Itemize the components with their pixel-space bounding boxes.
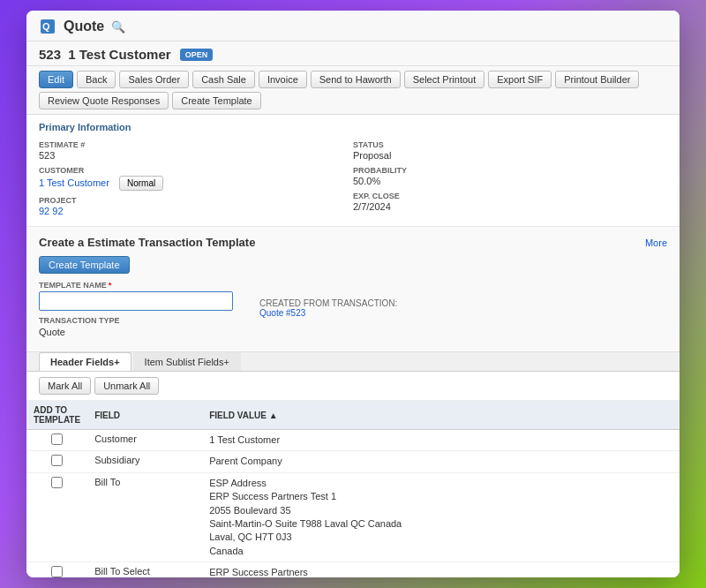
cash-sale-button[interactable]: Cash Sale [192,71,255,88]
created-from-link[interactable]: Quote #523 [259,308,305,318]
export-sif-button[interactable]: Export SIF [488,71,552,88]
primary-info-left: ESTIMATE # 523 CUSTOMER 1 Test Customer … [39,138,353,219]
exp-close-row: EXP. CLOSE 2/7/2024 [353,189,667,215]
transaction-type-value: Quote [39,327,233,337]
row-value: ESP Address ERP Success Partners Test 1 … [202,472,680,562]
table-row: Bill ToESP Address ERP Success Partners … [26,472,680,562]
row-field: Customer [87,430,202,451]
primary-info-title: Primary Information [39,122,667,132]
table-row: Bill To SelectERP Success Partners [26,562,680,577]
transaction-type-group: TRANSACTION TYPE Quote [39,316,233,337]
row-checkbox-cell[interactable] [26,430,87,451]
row-value: Parent Company [202,451,680,472]
transaction-type-label: TRANSACTION TYPE [39,316,233,325]
row-field: Bill To Select [87,562,202,577]
window-header: Q Quote 🔍 [26,11,680,41]
template-form-left: TEMPLATE NAME * TRANSACTION TYPE Quote [39,281,233,343]
tab-item-sublist-fields[interactable]: Item Sublist Fields+ [133,352,241,371]
fields-table: ADD TOTEMPLATE FIELD FIELD VALUE ▲ Custo… [26,401,680,577]
row-value: 1 Test Customer [202,430,680,451]
estimate-row: ESTIMATE # 523 [39,138,353,163]
row-checkbox[interactable] [51,566,63,577]
template-name-group: TEMPLATE NAME * [39,281,233,311]
template-section: Create a Estimate Transaction Template M… [26,227,680,352]
table-body: Customer1 Test CustomerSubsidiaryParent … [26,430,680,578]
customer-link[interactable]: 1 Test Customer [39,177,109,188]
normal-button[interactable]: Normal [119,176,163,191]
status-row: STATUS Proposal [353,138,667,163]
row-value: ERP Success Partners [202,562,680,577]
select-printout-button[interactable]: Select Printout [404,71,485,88]
mark-all-button[interactable]: Mark All [39,377,91,395]
review-quote-responses-button[interactable]: Review Quote Responses [39,92,169,109]
tabs-bar: Header Fields+ Item Sublist Fields+ [26,352,680,372]
col-field-value: FIELD VALUE ▲ [202,401,680,430]
template-section-title: Create a Estimate Transaction Template [39,236,255,249]
created-from: CREATED FROM TRANSACTION: Quote #523 [259,298,397,318]
create-template-button[interactable]: Create Template [172,92,261,109]
probability-row: PROBABILITY 50.0% [353,163,667,189]
status-badge: OPEN [180,49,214,61]
project-link[interactable]: 92 92 [39,206,353,216]
search-icon[interactable]: 🔍 [111,20,125,34]
col-add-to-template: ADD TOTEMPLATE [26,401,87,430]
table-row: Customer1 Test Customer [26,430,680,451]
row-checkbox-cell[interactable] [26,451,87,472]
record-header: 523 1 Test Customer OPEN [26,41,680,66]
mark-buttons-row: Mark All Unmark All [26,372,680,401]
template-name-label: TEMPLATE NAME * [39,281,233,290]
row-field: Subsidiary [87,451,202,472]
template-name-input[interactable] [39,291,233,311]
table-section: ADD TOTEMPLATE FIELD FIELD VALUE ▲ Custo… [26,401,680,577]
window-title: Quote [64,19,104,34]
row-checkbox-cell[interactable] [26,562,87,577]
table-header-row: ADD TOTEMPLATE FIELD FIELD VALUE ▲ [26,401,680,430]
customer-row: CUSTOMER 1 Test Customer Normal [39,163,353,193]
create-template-action-button[interactable]: Create Template [39,256,130,274]
row-checkbox[interactable] [51,433,63,445]
edit-button[interactable]: Edit [39,71,73,88]
tab-header-fields[interactable]: Header Fields+ [39,352,131,371]
required-star: * [109,281,112,290]
quote-icon: Q [39,18,56,35]
template-form-right: CREATED FROM TRANSACTION: Quote #523 [259,298,397,318]
record-id: 523 1 Test Customer [39,47,171,62]
primary-info-section: Primary Information ESTIMATE # 523 CUSTO… [26,115,680,227]
sales-order-button[interactable]: Sales Order [119,71,189,88]
primary-info-right: STATUS Proposal PROBABILITY 50.0% EXP. C… [353,138,667,219]
invoice-button[interactable]: Invoice [259,71,307,88]
row-checkbox[interactable] [51,455,63,466]
more-link[interactable]: More [645,237,667,248]
project-row: PROJECT 92 92 [39,193,353,219]
row-checkbox[interactable] [51,477,63,488]
send-to-haworth-button[interactable]: Send to Haworth [311,71,401,88]
main-window: Q Quote 🔍 523 1 Test Customer OPEN Edit … [26,11,680,577]
template-section-header: Create a Estimate Transaction Template M… [39,236,667,249]
back-button[interactable]: Back [77,71,116,88]
row-field: Bill To [87,472,202,562]
svg-text:Q: Q [42,21,50,32]
col-field: FIELD [87,401,202,430]
toolbar: Edit Back Sales Order Cash Sale Invoice … [26,66,680,115]
table-row: SubsidiaryParent Company [26,451,680,472]
printout-builder-button[interactable]: Printout Builder [555,71,639,88]
primary-info-grid: ESTIMATE # 523 CUSTOMER 1 Test Customer … [39,138,667,219]
unmark-all-button[interactable]: Unmark All [94,377,159,395]
row-checkbox-cell[interactable] [26,472,87,562]
